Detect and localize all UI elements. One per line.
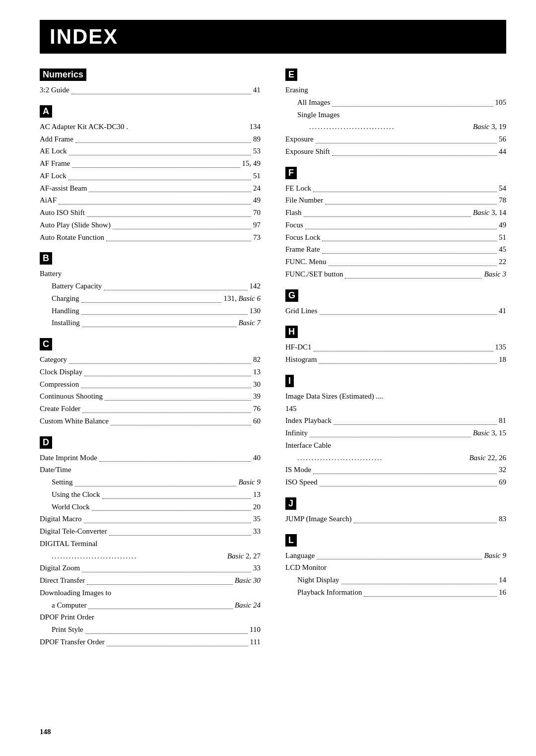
index-entry: AE Lock53 bbox=[40, 145, 261, 157]
index-entry: Handling130 bbox=[40, 305, 261, 317]
index-entry: File Number78 bbox=[285, 194, 506, 206]
right-column: EErasingAll Images105Single Images......… bbox=[285, 69, 506, 648]
section-header: C bbox=[40, 338, 52, 350]
index-entry: Using the Clock13 bbox=[40, 488, 261, 501]
index-entry: Exposure56 bbox=[285, 133, 506, 145]
index-entry: DPOF Transfer Order111 bbox=[40, 636, 261, 648]
index-entry: Clock Display13 bbox=[40, 366, 261, 378]
index-entry: 145 bbox=[285, 403, 506, 415]
index-entry: InfinityBasic 3, 15 bbox=[285, 427, 506, 439]
index-entry: HF-DC1135 bbox=[285, 341, 506, 353]
index-entry: Exposure Shift44 bbox=[285, 145, 506, 158]
index-entry: Erasing bbox=[285, 84, 506, 96]
index-entry: AF Lock51 bbox=[40, 170, 261, 182]
index-entry: ISO Speed69 bbox=[285, 476, 506, 488]
index-entry: Digital Tele-Converter33 bbox=[40, 525, 261, 538]
index-entry: Auto ISO Shift70 bbox=[40, 206, 261, 219]
index-entry: AiAF49 bbox=[40, 194, 261, 206]
section-header: Numerics bbox=[40, 69, 86, 81]
section-header: B bbox=[40, 252, 52, 265]
index-entry: Compression30 bbox=[40, 378, 261, 391]
index-entry: SettingBasic 9 bbox=[40, 476, 261, 488]
index-entry: Create Folder76 bbox=[40, 403, 261, 415]
page-title: INDEX bbox=[40, 20, 506, 54]
index-entry: Custom White Balance60 bbox=[40, 415, 261, 427]
index-entry: Digital Macro35 bbox=[40, 513, 261, 525]
index-entry: 3:2 Guide41 bbox=[40, 84, 261, 96]
index-entry: Frame Rate45 bbox=[285, 243, 506, 256]
index-entry: Playback Information16 bbox=[285, 586, 506, 599]
index-entry: Continuous Shooting39 bbox=[40, 390, 261, 403]
index-entry: Date/Time bbox=[40, 464, 261, 476]
section-header: L bbox=[285, 534, 297, 547]
index-entry: Auto Rotate Function73 bbox=[40, 231, 261, 244]
index-entry: a ComputerBasic 24 bbox=[40, 599, 261, 612]
index-entry: ..............................Basic 2, 2… bbox=[40, 550, 261, 562]
index-entry: Auto Play (Slide Show)97 bbox=[40, 219, 261, 231]
index-entry: Image Data Sizes (Estimated) .... bbox=[285, 390, 506, 403]
index-entry: AC Adapter Kit ACK-DC30 . 134 bbox=[40, 121, 261, 133]
index-entry: JUMP (Image Search)83 bbox=[285, 513, 506, 525]
page-footer: 148 bbox=[40, 728, 51, 736]
left-column: Numerics3:2 Guide41AAC Adapter Kit ACK-D… bbox=[40, 69, 261, 648]
index-entry: Add Frame89 bbox=[40, 133, 261, 145]
section-header: F bbox=[285, 167, 297, 179]
index-entry: FE Lock54 bbox=[285, 182, 506, 195]
index-entry: IS Mode32 bbox=[285, 464, 506, 476]
section-header: J bbox=[285, 497, 296, 510]
index-entry: FlashBasic 3, 14 bbox=[285, 206, 506, 219]
index-entry: DIGITAL Terminal bbox=[40, 538, 261, 550]
index-entry: Charging131, Basic 6 bbox=[40, 292, 261, 305]
index-entry: World Clock20 bbox=[40, 501, 261, 513]
section-header: H bbox=[285, 326, 298, 338]
index-entry: Battery bbox=[40, 268, 261, 280]
section-header: I bbox=[285, 375, 294, 387]
index-entry: InstallingBasic 7 bbox=[40, 317, 261, 329]
index-entry: LanguageBasic 9 bbox=[285, 550, 506, 562]
index-entry: FUNC./SET buttonBasic 3 bbox=[285, 268, 506, 280]
index-entry: Grid Lines41 bbox=[285, 305, 506, 317]
index-entry: Category82 bbox=[40, 353, 261, 366]
index-entry: AF-assist Beam24 bbox=[40, 182, 261, 195]
index-entry: Direct TransferBasic 30 bbox=[40, 574, 261, 587]
index-entry: FUNC. Menu22 bbox=[285, 256, 506, 268]
section-header: E bbox=[285, 69, 297, 81]
index-entry: Histogram18 bbox=[285, 353, 506, 366]
index-entry: Battery Capacity142 bbox=[40, 280, 261, 292]
index-entry: ..............................Basic 3, 1… bbox=[285, 121, 506, 133]
index-entry: Interface Cable bbox=[285, 439, 506, 452]
index-entry: AF Frame15, 49 bbox=[40, 157, 261, 170]
index-entry: Date Imprint Mode40 bbox=[40, 452, 261, 464]
index-entry: LCD Monitor bbox=[285, 561, 506, 574]
index-entry: Focus Lock51 bbox=[285, 231, 506, 244]
index-entry: Downloading Images to bbox=[40, 587, 261, 599]
section-header: A bbox=[40, 105, 52, 118]
index-entry: All Images105 bbox=[285, 96, 506, 109]
index-entry: DPOF Print Order bbox=[40, 611, 261, 623]
index-entry: Focus49 bbox=[285, 219, 506, 231]
section-header: D bbox=[40, 436, 52, 449]
section-header: G bbox=[285, 289, 298, 302]
index-entry: Single Images bbox=[285, 109, 506, 121]
index-entry: Digital Zoom33 bbox=[40, 562, 261, 574]
index-entry: ..............................Basic 22, … bbox=[285, 452, 506, 464]
index-entry: Print Style110 bbox=[40, 623, 261, 636]
index-entry: Night Display14 bbox=[285, 574, 506, 586]
index-entry: Index Playback81 bbox=[285, 414, 506, 427]
